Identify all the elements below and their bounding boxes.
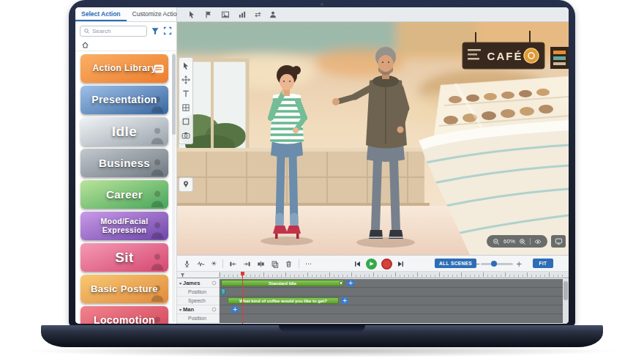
track-lane-james[interactable]: Standard Idle + xyxy=(220,279,569,288)
actor-icon[interactable] xyxy=(269,10,277,19)
cursor-icon[interactable] xyxy=(181,62,190,70)
waveform-icon[interactable] xyxy=(197,260,205,268)
divider xyxy=(222,259,223,268)
track-header-speech[interactable]: Speech xyxy=(177,297,220,305)
viewport-3d[interactable]: CAFÉ xyxy=(177,22,569,255)
add-clip-button[interactable]: + xyxy=(347,280,354,286)
track-lane-speech[interactable]: What kind of coffee would you like to ge… xyxy=(220,297,569,305)
category-action-library[interactable]: Action Library xyxy=(80,54,168,83)
microphone-icon[interactable] xyxy=(183,260,191,268)
character-shadow xyxy=(261,237,313,245)
category-presentation[interactable]: Presentation xyxy=(80,86,168,114)
tab-select-action[interactable]: Select Action xyxy=(75,7,127,21)
media-icon[interactable] xyxy=(221,10,230,19)
zoom-out-icon[interactable] xyxy=(493,238,500,245)
render-settings-icon[interactable]: ☀ xyxy=(211,261,217,267)
category-mood-facial-expression[interactable]: Mood/Facial Expression xyxy=(80,212,168,240)
character-shadow xyxy=(356,237,415,248)
category-label: Action Library xyxy=(89,64,160,73)
play-button[interactable]: ▶ xyxy=(366,259,377,270)
track-row-man: ▾ Man + xyxy=(177,305,569,314)
track-header-man[interactable]: ▾ Man xyxy=(177,305,220,314)
category-label: Locomotion xyxy=(90,315,159,324)
slider-thumb[interactable] xyxy=(491,261,497,267)
category-basic-posture[interactable]: Basic Posture xyxy=(80,275,168,303)
scrollbar-thumb[interactable] xyxy=(172,54,176,135)
track-toggle-icon[interactable] xyxy=(211,307,217,312)
fit-view-button[interactable] xyxy=(551,235,566,248)
laptop-shadow xyxy=(22,344,622,357)
delete-icon[interactable] xyxy=(285,260,293,268)
all-scenes-button[interactable]: ALL SCENES xyxy=(435,259,476,268)
webcam-dot xyxy=(321,3,323,6)
zoom-in-icon[interactable] xyxy=(519,238,526,245)
track-toggle-icon[interactable] xyxy=(211,281,217,286)
position-keyframe-clip[interactable] xyxy=(221,289,225,295)
collapse-caret-icon[interactable]: ▾ xyxy=(179,307,181,312)
frame-icon[interactable] xyxy=(181,117,190,126)
category-label: Basic Posture xyxy=(87,284,162,294)
category-business[interactable]: Business xyxy=(80,149,168,177)
collapse-caret-icon[interactable]: ▾ xyxy=(179,281,181,286)
category-career[interactable]: Career xyxy=(80,180,168,209)
camera-icon[interactable] xyxy=(181,131,190,140)
track-row-james: ▾ James Standard Idle + xyxy=(177,279,569,288)
grid-icon[interactable] xyxy=(181,103,190,112)
select-tool-icon[interactable] xyxy=(187,10,196,19)
add-clip-button[interactable]: + xyxy=(341,297,348,304)
filter-icon[interactable] xyxy=(151,26,160,35)
category-locomotion[interactable]: Locomotion xyxy=(80,306,168,324)
search-input[interactable]: Search xyxy=(80,26,147,37)
cafe-sign-text: CAFÉ xyxy=(487,50,523,62)
clip-in-icon[interactable] xyxy=(229,260,237,268)
clip-out-icon[interactable] xyxy=(243,260,251,268)
track-lane-man-position[interactable] xyxy=(220,314,569,323)
track-header-man-position[interactable]: Position xyxy=(177,314,220,323)
add-clip-button[interactable]: + xyxy=(231,306,239,313)
split-clip-icon[interactable] xyxy=(257,260,265,268)
timeline-panel: ☀ ⋯ ▶ xyxy=(177,255,569,324)
track-lane-position[interactable] xyxy=(220,288,569,297)
visibility-icon[interactable] xyxy=(534,238,542,245)
skip-start-icon[interactable] xyxy=(353,260,362,268)
skip-end-icon[interactable] xyxy=(397,260,405,268)
track-header-position[interactable]: Position xyxy=(177,288,220,297)
timeline-scrollbar[interactable] xyxy=(563,279,569,324)
pin-tool xyxy=(179,177,193,192)
panel-scrollbar[interactable] xyxy=(172,53,176,322)
record-button[interactable] xyxy=(381,259,392,270)
category-label: Presentation xyxy=(88,94,161,105)
expand-icon[interactable] xyxy=(163,26,172,35)
flag-icon[interactable] xyxy=(204,10,213,19)
chart-icon[interactable] xyxy=(238,10,247,19)
more-options-icon[interactable]: ⋯ xyxy=(305,261,312,267)
swap-icon[interactable]: ⇄ xyxy=(255,11,261,18)
clip-standard-idle[interactable]: Standard Idle xyxy=(221,280,344,286)
search-icon xyxy=(83,28,90,34)
playback-controls: ▶ xyxy=(353,256,405,272)
track-filter-icon[interactable] xyxy=(180,272,185,278)
timeline-zoom-slider[interactable] xyxy=(481,263,513,265)
clip-speech[interactable]: What kind of coffee would you like to ge… xyxy=(228,297,339,304)
copy-icon[interactable] xyxy=(271,260,279,268)
home-icon[interactable] xyxy=(81,41,89,49)
category-idle[interactable]: Idle xyxy=(80,117,168,146)
ruler-header xyxy=(177,272,220,278)
scrollbar-thumb[interactable] xyxy=(564,281,568,300)
app-window: Select Action Customize Action Search xyxy=(75,7,569,324)
panel-tabs: Select Action Customize Action xyxy=(75,7,176,22)
timeline-zoom-in[interactable]: + xyxy=(516,256,522,272)
timeline-zoom-out[interactable]: − xyxy=(474,256,480,272)
track-name: Man xyxy=(183,306,194,313)
playhead[interactable] xyxy=(242,272,243,324)
track-header-james[interactable]: ▾ James xyxy=(177,279,220,288)
laptop-bezel: Select Action Customize Action Search xyxy=(69,0,575,327)
move-icon[interactable] xyxy=(181,75,190,84)
timeline-ruler[interactable] xyxy=(177,272,569,278)
fit-button[interactable]: FIT xyxy=(533,259,553,268)
pin-icon[interactable] xyxy=(181,180,190,189)
text-tool-icon[interactable] xyxy=(181,89,190,98)
clip-resize-handle[interactable] xyxy=(340,281,342,285)
category-sit[interactable]: Sit xyxy=(80,243,168,272)
track-lane-man[interactable]: + xyxy=(220,305,569,314)
